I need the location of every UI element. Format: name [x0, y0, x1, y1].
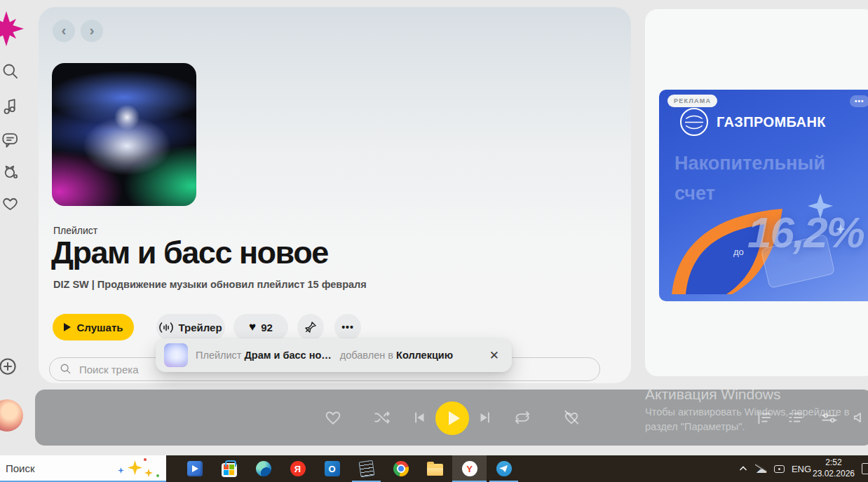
ad-rate-value: 16,2% [747, 207, 864, 257]
play-triangle-icon [449, 411, 460, 425]
nav-forward-button[interactable]: › [81, 20, 103, 42]
taskbar-search-box[interactable]: Поиск [0, 455, 166, 482]
right-panel: РЕКЛАМА ••• ГАЗПРОМБАНК Накопительный сч… [645, 9, 868, 376]
toast-playlist-thumbnail [164, 343, 188, 367]
taskbar-telegram-button[interactable] [487, 455, 521, 482]
taskbar-microsoft-store-button[interactable] [212, 455, 246, 482]
ad-menu-button[interactable]: ••• [850, 95, 868, 107]
player-volume-icon[interactable] [852, 408, 868, 427]
ad-brand-row: ГАЗПРОМБАНК [680, 108, 826, 136]
gazprombank-logo-icon [680, 108, 708, 136]
taskbar-notepad-button[interactable] [349, 455, 384, 482]
slash-overlay [755, 464, 767, 472]
player-next-icon[interactable] [476, 408, 494, 427]
toast-message: Плейлист Драм и басс но… добавлен в Колл… [196, 350, 453, 361]
action-center-icon [862, 463, 868, 474]
sidebar-podcasts-books-icon[interactable] [1, 130, 20, 149]
playlist-page: ‹ › Плейлист Драм и басс новое DIZ SW | … [39, 7, 631, 383]
sidebar-add-icon[interactable] [0, 356, 18, 377]
ad-brand-name: ГАЗПРОМБАНК [717, 114, 826, 130]
listen-button[interactable]: Слушать [53, 314, 134, 340]
like-count: 92 [261, 322, 273, 333]
search-icon [60, 363, 72, 376]
chrome-icon [393, 461, 409, 476]
display-icon [774, 465, 785, 473]
taskbar-movies-tv-button[interactable] [177, 455, 212, 482]
user-avatar[interactable] [0, 399, 23, 432]
chevron-left-icon: ‹ [62, 22, 67, 37]
chevron-right-icon: › [90, 22, 95, 37]
taskbar-yandex-browser-button[interactable]: Y [452, 455, 487, 482]
ad-rate-prefix: до [733, 247, 744, 257]
pin-button[interactable] [297, 314, 324, 340]
sidebar-collection-icon[interactable] [1, 194, 20, 213]
outlook-icon: O [325, 461, 340, 476]
ad-badge: РЕКЛАМА [667, 95, 717, 107]
like-count-button[interactable]: ♥ 92 [233, 314, 288, 340]
sidebar-search-icon[interactable] [1, 62, 20, 81]
nav-back-button[interactable]: ‹ [53, 20, 75, 42]
tray-action-center-button[interactable] [860, 455, 868, 482]
added-to-collection-toast: Плейлист Драм и басс но… добавлен в Колл… [156, 338, 512, 372]
more-button[interactable]: ••• [334, 314, 361, 340]
toast-playlist-name: Драм и басс но… [245, 350, 332, 361]
pin-icon [304, 320, 318, 334]
taskbar-file-explorer-button[interactable] [418, 455, 452, 482]
edge-icon [256, 461, 271, 476]
toast-kind: Плейлист [196, 350, 242, 361]
ad-headline: Накопительный счет [674, 149, 825, 209]
player-queue-icon[interactable] [787, 408, 805, 427]
player-shuffle-icon[interactable] [373, 408, 391, 427]
toast-action: добавлен в [340, 350, 393, 361]
search-highlights-icon[interactable] [112, 455, 165, 482]
player-equalizer-icon[interactable] [820, 408, 839, 427]
tray-date: 23.02.2026 [813, 469, 855, 480]
taskbar-yandex-button[interactable]: Я [280, 455, 315, 482]
player-play-button[interactable] [435, 401, 469, 435]
tray-language-indicator[interactable]: ENG [789, 455, 813, 482]
taskbar-edge-button[interactable] [246, 455, 280, 482]
player-repeat-icon[interactable] [513, 408, 531, 427]
chevron-up-icon [739, 466, 747, 471]
sidebar-music-note-icon[interactable] [1, 97, 20, 116]
file-explorer-icon [427, 464, 443, 476]
tray-clock[interactable]: 2:52 23.02.2026 [813, 455, 854, 482]
playlist-cover-art [52, 63, 196, 206]
gazprombank-ad-banner[interactable]: РЕКЛАМА ••• ГАЗПРОМБАНК Накопительный сч… [659, 90, 868, 301]
trailer-button[interactable]: Трейлер [156, 314, 225, 340]
notepad-icon [358, 460, 374, 478]
listen-label: Слушать [77, 322, 123, 333]
taskbar-outlook-button[interactable]: O [315, 455, 349, 482]
sidebar-kids-icon[interactable] [1, 163, 20, 181]
tray-onedrive-icon[interactable]: ☁ [753, 455, 770, 482]
play-icon [64, 323, 71, 331]
waveform-icon [159, 322, 173, 333]
yandex-icon: Я [290, 461, 306, 476]
windows-taskbar: Поиск Я O [0, 455, 868, 482]
taskbar-apps: Я O Y [177, 455, 521, 482]
playlist-title: Драм и басс новое [51, 235, 328, 271]
toast-target: Коллекцию [396, 350, 453, 361]
playlist-byline: DIZ SW | Продвижение музыки обновил плей… [53, 279, 367, 290]
more-dots-icon: ••• [341, 322, 354, 333]
trailer-label: Трейлер [178, 322, 222, 333]
toast-close-icon[interactable]: ✕ [489, 350, 499, 362]
player-lyrics-icon[interactable] [755, 408, 773, 427]
movies-tv-icon [187, 461, 203, 476]
telegram-icon [496, 461, 512, 476]
taskbar-chrome-button[interactable] [384, 455, 418, 482]
sidebar [0, 0, 39, 455]
taskbar-search-placeholder: Поиск [0, 462, 35, 474]
player-like-icon[interactable] [324, 408, 342, 427]
player-dislike-icon[interactable] [562, 408, 581, 427]
tray-show-hidden-icons-button[interactable] [736, 455, 750, 482]
yandex-music-window: ‹ › Плейлист Драм и басс новое DIZ SW | … [0, 0, 868, 482]
tray-display-icon[interactable] [771, 455, 787, 482]
player-previous-icon[interactable] [410, 408, 428, 427]
tray-time: 2:52 [825, 457, 841, 469]
microsoft-store-icon [222, 463, 237, 477]
player-bar [35, 390, 868, 446]
yandex-music-logo-icon[interactable] [0, 11, 24, 46]
heart-icon: ♥ [249, 321, 256, 333]
yandex-browser-icon: Y [462, 461, 477, 476]
